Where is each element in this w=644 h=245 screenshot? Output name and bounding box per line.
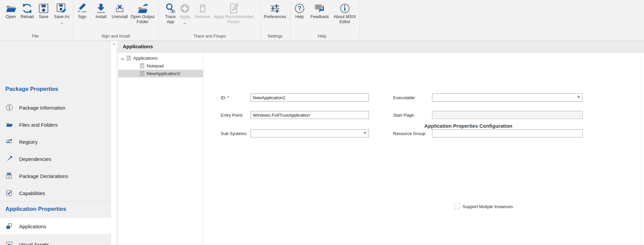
sidebar-item-package-information[interactable]: Package Information <box>0 101 111 114</box>
sidebar-item-capabilities[interactable]: Capabilities <box>0 186 111 200</box>
app-window: OpenReloadSaveSave AsSignInstallUninstal… <box>0 0 644 245</box>
sub-systems-select[interactable] <box>251 129 369 137</box>
tree-item-notepad[interactable]: Notepad <box>118 62 203 70</box>
tree-item-label: Applications <box>133 56 158 61</box>
ribbon-button-label: Open Output Folder <box>127 14 158 24</box>
trace-app-icon <box>165 2 176 14</box>
scrollbar-up-arrow-icon[interactable]: ▲ <box>111 42 117 46</box>
ribbon-group-separator <box>158 2 159 39</box>
support-multiple-instances-checkbox[interactable] <box>454 203 460 209</box>
install-arrow-icon <box>95 2 107 14</box>
ribbon-button-label: Sign <box>78 14 86 19</box>
tree-item-label: Notepad <box>147 63 164 68</box>
sidebar-item-applications[interactable]: Applications <box>0 218 111 234</box>
sidebar-item-label: Dependencies <box>19 156 51 162</box>
chevron-down-icon[interactable] <box>60 20 63 26</box>
tree-item-applications[interactable]: Applications <box>118 54 203 62</box>
feedback-button[interactable]: Feedback <box>308 2 331 19</box>
dropdown-arrow-bar <box>577 96 581 96</box>
sidebar-item-dependencies[interactable]: Dependencies <box>0 152 111 166</box>
sidebar-heading-package-properties: Package Properties <box>5 86 58 93</box>
ribbon-group-label: Help <box>318 34 326 39</box>
document-icon <box>126 56 131 62</box>
sidebar-item-label: Registry <box>19 139 38 145</box>
sidebar-heading-application-properties: Application Properties <box>5 206 66 212</box>
package-declarations-icon <box>6 172 13 180</box>
entry-point-field[interactable] <box>251 111 369 119</box>
resource-group-label: Resource Group: <box>393 131 426 136</box>
required-asterisk: * <box>227 95 229 100</box>
sidebar-scrollbar[interactable]: ▲ <box>111 41 117 245</box>
document-icon <box>140 71 144 77</box>
dropdown-arrow-icon[interactable] <box>364 132 366 134</box>
chevron-down-icon[interactable] <box>183 20 186 26</box>
about-msix-editor-button[interactable]: About MSIX Editor <box>329 2 360 24</box>
sidebar-divider <box>0 201 111 201</box>
visual-assets-icon <box>6 241 13 245</box>
apply-button: Apply <box>177 2 193 26</box>
ribbon-group-label: Settings <box>267 34 282 39</box>
ribbon-button-label: Preferences <box>264 14 286 19</box>
window-right-border <box>641 53 642 245</box>
ribbon-button-label: Apply <box>179 14 190 19</box>
ribbon-group-separator <box>73 2 73 39</box>
applications-icon <box>6 223 13 230</box>
application-properties-form: Application Properties Configuration Sup… <box>204 53 644 245</box>
apply-recommended-fixups-button: Apply Recommended Fixups <box>207 2 260 24</box>
about-info-icon <box>339 2 351 14</box>
start-page-field <box>432 111 583 119</box>
ribbon-group-label: File <box>32 34 39 39</box>
sidebar-item-registry[interactable]: Registry <box>0 135 111 148</box>
open-button[interactable]: Open <box>3 2 19 19</box>
preferences-button[interactable]: Preferences <box>261 2 289 19</box>
sidebar-item-package-declarations[interactable]: Package Declarations <box>0 169 111 183</box>
content-header: Applications <box>118 41 644 53</box>
chevron-down-icon[interactable] <box>121 56 124 61</box>
sign-button[interactable]: Sign <box>75 2 90 19</box>
open-output-folder-button[interactable]: Open Output Folder <box>127 2 158 24</box>
open-folder-icon <box>5 2 16 14</box>
tree-item-label: NewApplication2 <box>147 71 180 76</box>
sidebar-item-label: Capabilities <box>19 190 45 196</box>
ribbon-group-label: Sign and Install <box>101 34 130 39</box>
sidebar-item-label: Applications <box>19 224 46 229</box>
sidebar: Package PropertiesPackage InformationFil… <box>0 41 111 245</box>
ribbon-group-label: Trace and Fixups <box>194 34 226 39</box>
feedback-bubble-icon <box>314 2 325 14</box>
ribbon-button-label: Uninstall <box>112 14 128 19</box>
sidebar-item-files-and-folders[interactable]: Files and Folders <box>0 118 111 131</box>
reload-button[interactable]: Reload <box>18 2 36 19</box>
open-output-folder-icon <box>137 2 148 14</box>
applications-tree-panel: ApplicationsNotepadNewApplication2 <box>118 53 203 245</box>
document-icon <box>140 63 144 69</box>
executable-select[interactable] <box>432 94 583 102</box>
ribbon-button-label: Install <box>96 14 107 19</box>
ribbon-button-label: Save As <box>54 14 69 19</box>
ribbon-button-label: Apply Recommended Fixups <box>207 14 260 24</box>
ribbon-button-label: Trace App <box>162 14 178 24</box>
ribbon-button-label: Reload <box>20 14 34 19</box>
id-label: ID:* <box>221 95 229 100</box>
sidebar-item-label: Files and Folders <box>19 122 58 128</box>
sidebar-item-visual-assets[interactable]: Visual Assets <box>0 238 111 245</box>
ribbon-toolbar: OpenReloadSaveSave AsSignInstallUninstal… <box>0 0 644 41</box>
dropdown-arrow-icon[interactable] <box>577 97 580 98</box>
resource-group-field[interactable] <box>432 129 583 137</box>
save-icon <box>38 2 49 14</box>
fixups-doc-icon <box>228 2 239 14</box>
tree-item-newapplication2[interactable]: NewApplication2 <box>118 70 203 77</box>
ribbon-button-label: Feedback <box>311 14 329 19</box>
id-field[interactable] <box>251 94 369 102</box>
help-button[interactable]: ?Help <box>293 2 306 19</box>
dropdown-arrow-bar <box>363 132 367 132</box>
sign-pencil-icon <box>76 2 88 14</box>
files-folders-icon <box>6 121 13 128</box>
content-header-title: Applications <box>123 41 644 52</box>
save-as-button[interactable]: Save As <box>52 2 72 26</box>
install-button[interactable]: Install <box>92 2 110 19</box>
trace-app-button[interactable]: Trace App <box>162 2 178 24</box>
registry-icon <box>6 138 13 145</box>
package-info-icon <box>6 104 13 111</box>
save-button[interactable]: Save <box>36 2 51 19</box>
save-as-icon <box>56 2 67 14</box>
